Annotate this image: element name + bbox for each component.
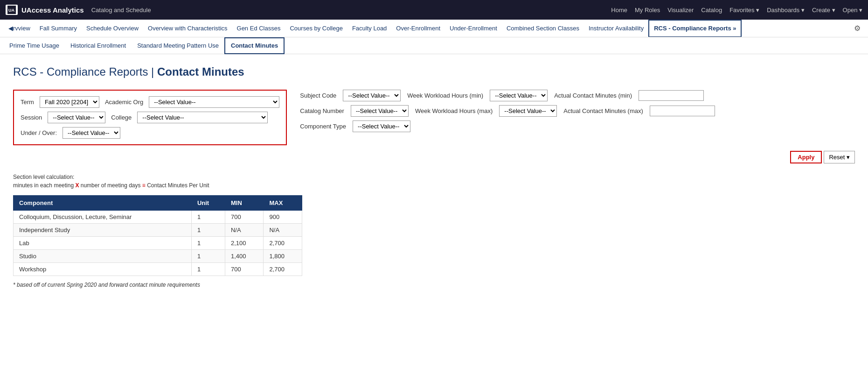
subject-code-label: Subject Code bbox=[300, 92, 336, 99]
cell-component: Independent Study bbox=[14, 224, 192, 237]
ua-logo-svg: UA bbox=[7, 6, 16, 14]
under-over-select[interactable]: --Select Value-- bbox=[62, 127, 120, 139]
nav-rvview[interactable]: ◀rvview bbox=[4, 20, 35, 37]
tab-historical-enrollment[interactable]: Historical Enrollment bbox=[65, 37, 132, 54]
term-select[interactable]: Fall 2020 [2204] bbox=[40, 96, 99, 108]
table-footnote: * based off of current Spring 2020 and f… bbox=[13, 282, 855, 288]
button-row: Apply Reset ▾ bbox=[13, 151, 855, 163]
nav-over-enrollment[interactable]: Over-Enrollment bbox=[391, 20, 445, 37]
cell-component: Lab bbox=[14, 237, 192, 250]
catalog-number-label: Catalog Number bbox=[300, 107, 344, 114]
right-filter-row-2: Catalog Number --Select Value-- Week Wor… bbox=[300, 105, 715, 117]
tab-contact-minutes[interactable]: Contact Minutes bbox=[224, 37, 285, 54]
cell-component: Workshop bbox=[14, 263, 192, 276]
cell-min: 700 bbox=[225, 211, 264, 224]
nav-favorites[interactable]: Favorites ▾ bbox=[729, 7, 759, 14]
section-note-part3: Contact Minutes Per Unit bbox=[146, 182, 209, 189]
filter-row-3: Under / Over: --Select Value-- bbox=[21, 127, 279, 139]
table-row: Lab 1 2,100 2,700 bbox=[14, 237, 302, 250]
logo-icon: UA bbox=[6, 5, 18, 15]
academic-org-select[interactable]: --Select Value-- bbox=[149, 96, 279, 108]
section-note-part2: number of meeting days bbox=[79, 182, 142, 189]
nav-overview-chars[interactable]: Overview with Characteristics bbox=[143, 20, 232, 37]
nav-catalog[interactable]: Catalog bbox=[701, 7, 722, 14]
filter-row-1: Term Fall 2020 [2204] Academic Org --Sel… bbox=[21, 96, 279, 108]
week-workload-max-label: Week Workload Hours (max) bbox=[415, 107, 493, 114]
cell-min: 2,100 bbox=[225, 237, 264, 250]
nav-dashboards[interactable]: Dashboards ▾ bbox=[767, 7, 805, 14]
nav-create[interactable]: Create ▾ bbox=[812, 7, 835, 14]
app-logo: UA UAccess Analytics Catalog and Schedul… bbox=[6, 5, 151, 15]
actual-contact-max-input[interactable] bbox=[650, 106, 715, 116]
cell-component: Colloquium, Discussion, Lecture, Seminar bbox=[14, 211, 192, 224]
cell-max: 2,700 bbox=[264, 263, 302, 276]
section-note-line1: Section level calculation: bbox=[13, 173, 855, 181]
nav-open[interactable]: Open ▾ bbox=[843, 7, 862, 14]
table-row: Studio 1 1,400 1,800 bbox=[14, 250, 302, 263]
tab-prime-time[interactable]: Prime Time Usage bbox=[4, 37, 65, 54]
actual-contact-min-input[interactable] bbox=[639, 90, 704, 101]
table-header-component: Component bbox=[14, 196, 192, 211]
table-header-unit: Unit bbox=[191, 196, 225, 211]
third-navigation: Prime Time Usage Historical Enrollment S… bbox=[0, 37, 868, 54]
academic-org-label: Academic Org bbox=[105, 99, 143, 106]
term-label: Term bbox=[21, 99, 34, 106]
nav-instructor-avail[interactable]: Instructor Availability bbox=[584, 20, 648, 37]
nav-my-roles[interactable]: My Roles bbox=[635, 7, 660, 14]
component-type-select[interactable]: --Select Value-- bbox=[353, 120, 410, 132]
cell-unit: 1 bbox=[191, 250, 225, 263]
week-workload-min-label: Week Workload Hours (min) bbox=[407, 92, 483, 99]
nav-combined-section[interactable]: Combined Section Classes bbox=[502, 20, 584, 37]
nav-courses-college[interactable]: Courses by College bbox=[285, 20, 347, 37]
nav-rcs-compliance[interactable]: RCS - Compliance Reports » bbox=[648, 20, 742, 37]
actual-contact-max-label: Actual Contact Minutes (max) bbox=[563, 107, 643, 114]
cell-max: N/A bbox=[264, 224, 302, 237]
table-row: Independent Study 1 N/A N/A bbox=[14, 224, 302, 237]
tab-standard-meeting[interactable]: Standard Meeting Pattern Use bbox=[132, 37, 224, 54]
college-label: College bbox=[111, 114, 132, 121]
cell-max: 2,700 bbox=[264, 237, 302, 250]
nav-faculty-load[interactable]: Faculty Load bbox=[347, 20, 391, 37]
cell-min: N/A bbox=[225, 224, 264, 237]
nav-visualizer[interactable]: Visualizer bbox=[667, 7, 694, 14]
top-nav-links: Home My Roles Visualizer Catalog Favorit… bbox=[611, 7, 862, 14]
app-subtitle: Catalog and Schedule bbox=[91, 7, 151, 14]
nav-schedule-overview[interactable]: Schedule Overview bbox=[82, 20, 143, 37]
subject-code-select[interactable]: --Select Value-- bbox=[343, 90, 401, 101]
settings-gear-icon[interactable]: ⚙ bbox=[850, 24, 864, 33]
cell-unit: 1 bbox=[191, 263, 225, 276]
section-note-line2: minutes in each meeting X number of meet… bbox=[13, 181, 855, 190]
table-row: Workshop 1 700 2,700 bbox=[14, 263, 302, 276]
nav-home[interactable]: Home bbox=[611, 7, 627, 14]
cell-min: 700 bbox=[225, 263, 264, 276]
second-navigation: ◀rvview Fall Summary Schedule Overview O… bbox=[0, 20, 868, 37]
catalog-number-select[interactable]: --Select Value-- bbox=[351, 105, 409, 117]
college-select[interactable]: --Select Value-- bbox=[137, 112, 268, 123]
page-title-bold: Contact Minutes bbox=[157, 65, 244, 78]
session-select[interactable]: --Select Value-- bbox=[48, 112, 105, 123]
cell-min: 1,400 bbox=[225, 250, 264, 263]
reset-button[interactable]: Reset ▾ bbox=[824, 151, 855, 163]
under-over-label: Under / Over: bbox=[21, 129, 57, 136]
top-navigation: UA UAccess Analytics Catalog and Schedul… bbox=[0, 0, 868, 20]
page-title-prefix: RCS - Compliance Reports | bbox=[13, 65, 157, 78]
cell-max: 1,800 bbox=[264, 250, 302, 263]
nav-fall-summary[interactable]: Fall Summary bbox=[35, 20, 82, 37]
page-title: RCS - Compliance Reports | Contact Minut… bbox=[13, 65, 855, 78]
cell-unit: 1 bbox=[191, 211, 225, 224]
nav-under-enrollment[interactable]: Under-Enrollment bbox=[445, 20, 502, 37]
cell-max: 900 bbox=[264, 211, 302, 224]
app-name: UAccess Analytics bbox=[21, 6, 84, 14]
cell-unit: 1 bbox=[191, 237, 225, 250]
right-filter-row-1: Subject Code --Select Value-- Week Workl… bbox=[300, 90, 715, 101]
apply-button[interactable]: Apply bbox=[790, 151, 822, 163]
week-workload-max-select[interactable]: --Select Value-- bbox=[499, 105, 557, 117]
right-filter-row-3: Component Type --Select Value-- bbox=[300, 120, 715, 132]
svg-text:UA: UA bbox=[8, 8, 14, 13]
actual-contact-min-label: Actual Contact Minutes (min) bbox=[554, 92, 632, 99]
section-note-part1: minutes in each meeting bbox=[13, 182, 75, 189]
table-header-max: MAX bbox=[264, 196, 302, 211]
week-workload-min-select[interactable]: --Select Value-- bbox=[490, 90, 548, 101]
main-content: RCS - Compliance Reports | Contact Minut… bbox=[0, 54, 868, 299]
nav-gen-ed[interactable]: Gen Ed Classes bbox=[232, 20, 285, 37]
